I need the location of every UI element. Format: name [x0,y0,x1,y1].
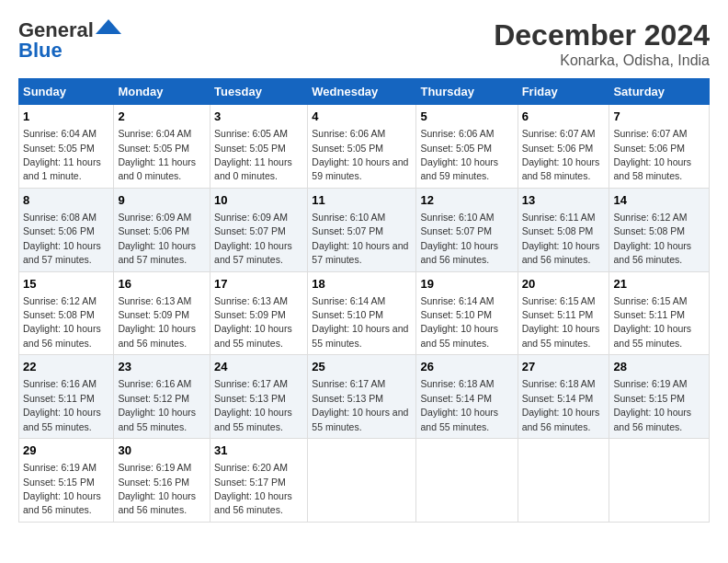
daylight-text: Daylight: 10 hours and 59 minutes. [420,156,498,181]
day-number: 4 [312,109,412,125]
sunset-text: Sunset: 5:07 PM [312,225,383,236]
calendar-cell [609,439,710,523]
daylight-text: Daylight: 10 hours and 56 minutes. [118,490,196,515]
sunset-text: Sunset: 5:15 PM [23,477,95,488]
sunrise-text: Sunrise: 6:11 AM [522,212,596,223]
sunrise-text: Sunrise: 6:14 AM [312,295,385,306]
day-number: 16 [118,276,206,293]
day-number: 7 [613,109,705,125]
day-number: 20 [522,276,606,293]
sunset-text: Sunset: 5:11 PM [522,309,594,320]
sunrise-text: Sunrise: 6:17 AM [214,378,288,389]
sunset-text: Sunset: 5:11 PM [613,309,685,320]
weekday-header-saturday: Saturday [609,79,710,105]
day-number: 18 [312,276,412,293]
sunrise-text: Sunrise: 6:12 AM [23,295,97,306]
logo-icon [96,19,121,34]
daylight-text: Daylight: 11 hours and 0 minutes. [118,156,196,181]
calendar-cell: 20 Sunrise: 6:15 AM Sunset: 5:11 PM Dayl… [518,271,609,355]
sunrise-text: Sunrise: 6:07 AM [613,128,687,139]
daylight-text: Daylight: 10 hours and 56 minutes. [23,323,101,348]
calendar-cell: 10 Sunrise: 6:09 AM Sunset: 5:07 PM Dayl… [210,188,308,271]
daylight-text: Daylight: 11 hours and 1 minute. [23,156,101,181]
calendar-cell: 13 Sunrise: 6:11 AM Sunset: 5:08 PM Dayl… [518,188,609,271]
sunrise-text: Sunrise: 6:06 AM [312,128,385,139]
calendar-cell: 8 Sunrise: 6:08 AM Sunset: 5:06 PM Dayli… [19,188,114,271]
sunset-text: Sunset: 5:14 PM [420,393,492,404]
daylight-text: Daylight: 10 hours and 55 minutes. [214,407,292,431]
daylight-text: Daylight: 10 hours and 55 minutes. [522,323,600,348]
calendar-header-row: SundayMondayTuesdayWednesdayThursdayFrid… [19,79,710,105]
sunset-text: Sunset: 5:15 PM [613,393,685,404]
calendar-cell [518,439,609,523]
sunrise-text: Sunrise: 6:13 AM [118,295,191,306]
daylight-text: Daylight: 10 hours and 56 minutes. [214,490,292,515]
calendar-cell: 7 Sunrise: 6:07 AM Sunset: 5:06 PM Dayli… [609,105,710,189]
calendar-cell: 17 Sunrise: 6:13 AM Sunset: 5:09 PM Dayl… [210,271,308,355]
sunset-text: Sunset: 5:05 PM [214,143,286,154]
day-number: 26 [420,359,513,375]
daylight-text: Daylight: 10 hours and 57 minutes. [214,240,292,265]
sunrise-text: Sunrise: 6:10 AM [420,212,494,223]
sunset-text: Sunset: 5:07 PM [214,225,286,236]
calendar-cell: 31 Sunrise: 6:20 AM Sunset: 5:17 PM Dayl… [210,439,308,523]
sunrise-text: Sunrise: 6:09 AM [214,212,288,223]
calendar-cell: 22 Sunrise: 6:16 AM Sunset: 5:11 PM Dayl… [19,355,114,439]
sunrise-text: Sunrise: 6:16 AM [118,378,191,389]
calendar-cell: 4 Sunrise: 6:06 AM Sunset: 5:05 PM Dayli… [308,105,416,189]
daylight-text: Daylight: 10 hours and 58 minutes. [522,156,600,181]
sunrise-text: Sunrise: 6:14 AM [420,295,494,306]
daylight-text: Daylight: 10 hours and 58 minutes. [613,156,691,181]
title-block: December 2024 Konarka, Odisha, India [494,18,710,69]
sunset-text: Sunset: 5:08 PM [613,225,685,236]
daylight-text: Daylight: 10 hours and 55 minutes. [420,323,498,348]
sunset-text: Sunset: 5:06 PM [118,225,189,236]
page-title: December 2024 [494,18,710,52]
page-subtitle: Konarka, Odisha, India [494,52,710,69]
sunrise-text: Sunrise: 6:19 AM [118,462,191,473]
daylight-text: Daylight: 10 hours and 56 minutes. [522,407,600,431]
calendar-cell: 1 Sunrise: 6:04 AM Sunset: 5:05 PM Dayli… [19,105,114,189]
weekday-header-tuesday: Tuesday [210,79,308,105]
calendar-cell: 6 Sunrise: 6:07 AM Sunset: 5:06 PM Dayli… [518,105,609,189]
sunset-text: Sunset: 5:10 PM [420,309,492,320]
calendar-cell: 5 Sunrise: 6:06 AM Sunset: 5:05 PM Dayli… [416,105,518,189]
day-number: 1 [23,109,109,125]
weekday-header-sunday: Sunday [19,79,114,105]
calendar-cell: 27 Sunrise: 6:18 AM Sunset: 5:14 PM Dayl… [518,355,609,439]
day-number: 24 [214,359,303,375]
sunrise-text: Sunrise: 6:06 AM [420,128,494,139]
calendar-cell: 25 Sunrise: 6:17 AM Sunset: 5:13 PM Dayl… [308,355,416,439]
sunrise-text: Sunrise: 6:19 AM [23,462,97,473]
calendar-cell: 15 Sunrise: 6:12 AM Sunset: 5:08 PM Dayl… [19,271,114,355]
calendar-cell: 16 Sunrise: 6:13 AM Sunset: 5:09 PM Dayl… [114,271,210,355]
sunrise-text: Sunrise: 6:18 AM [522,378,596,389]
day-number: 23 [118,359,206,375]
calendar-cell: 18 Sunrise: 6:14 AM Sunset: 5:10 PM Dayl… [308,271,416,355]
calendar-cell [416,439,518,523]
sunset-text: Sunset: 5:05 PM [312,143,383,154]
calendar-cell: 9 Sunrise: 6:09 AM Sunset: 5:06 PM Dayli… [114,188,210,271]
day-number: 29 [23,442,109,459]
sunrise-text: Sunrise: 6:20 AM [214,462,288,473]
day-number: 10 [214,192,303,209]
calendar-cell: 24 Sunrise: 6:17 AM Sunset: 5:13 PM Dayl… [210,355,308,439]
day-number: 13 [522,192,606,209]
calendar-week-row: 22 Sunrise: 6:16 AM Sunset: 5:11 PM Dayl… [19,355,710,439]
sunrise-text: Sunrise: 6:08 AM [23,212,97,223]
sunrise-text: Sunrise: 6:16 AM [23,378,97,389]
calendar-cell: 19 Sunrise: 6:14 AM Sunset: 5:10 PM Dayl… [416,271,518,355]
daylight-text: Daylight: 10 hours and 56 minutes. [522,240,600,265]
daylight-text: Daylight: 10 hours and 55 minutes. [420,407,498,431]
sunset-text: Sunset: 5:13 PM [214,393,286,404]
day-number: 8 [23,192,109,209]
sunset-text: Sunset: 5:08 PM [23,309,95,320]
sunrise-text: Sunrise: 6:12 AM [613,212,687,223]
daylight-text: Daylight: 11 hours and 0 minutes. [214,156,292,181]
sunrise-text: Sunrise: 6:17 AM [312,378,385,389]
sunrise-text: Sunrise: 6:19 AM [613,378,687,389]
sunset-text: Sunset: 5:06 PM [522,143,594,154]
logo-blue: Blue [18,39,63,63]
weekday-header-thursday: Thursday [416,79,518,105]
calendar-cell: 23 Sunrise: 6:16 AM Sunset: 5:12 PM Dayl… [114,355,210,439]
